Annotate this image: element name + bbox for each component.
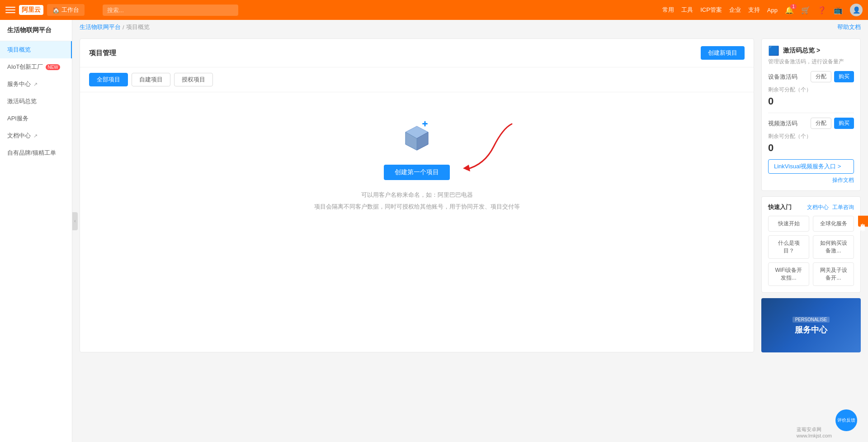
create-project-button[interactable]: 创建新项目 <box>701 46 745 60</box>
device-activation-actions: 分配 购买 <box>811 71 854 82</box>
project-panel-header: 项目管理 创建新项目 <box>80 39 754 67</box>
search-area <box>103 5 238 16</box>
quick-start-item-4[interactable]: WiFi设备开发指... <box>768 262 809 286</box>
quick-start-title: 快速入门 <box>768 203 792 211</box>
activation-title-text: 激活码总览 > <box>783 47 820 55</box>
doc-center-link[interactable]: 文档中心 <box>807 204 829 211</box>
new-badge: NEW <box>46 64 60 70</box>
empty-hint-line1: 可以用客户名称来命名，如：阿里巴巴电器 <box>314 189 520 201</box>
video-activation-actions: 分配 购买 <box>811 118 854 129</box>
workbench-label: 工作台 <box>61 6 79 14</box>
sidebar-item-label: 服务中心 <box>7 80 31 88</box>
device-activation-label: 设备激活码 <box>768 73 797 81</box>
breadcrumb-current: 项目概览 <box>126 23 150 31</box>
notification-badge: 1 <box>790 4 797 9</box>
quick-start-item-1[interactable]: 全球化服务 <box>813 216 854 232</box>
activation-card-title[interactable]: 🟦 激活码总览 > <box>768 45 854 56</box>
hamburger-menu-icon[interactable] <box>5 5 15 15</box>
quick-start-item-5[interactable]: 网关及子设备开... <box>813 262 854 286</box>
external-link-icon: ↗ <box>33 81 38 87</box>
sidebar-item-label: 项目概览 <box>7 46 31 54</box>
quick-start-item-2[interactable]: 什么是项目？ <box>768 235 809 259</box>
sidebar: 生活物联网平台 项目概览 AIoT创新工厂 NEW 服务中心 ↗ 激活码总览 A… <box>0 20 72 422</box>
video-activation-row: 视频激活码 分配 购买 <box>768 118 854 129</box>
sidebar-title: 生活物联网平台 <box>0 20 72 41</box>
avatar[interactable]: 👤 <box>850 4 863 16</box>
sidebar-item-service-center[interactable]: 服务中心 ↗ <box>0 76 72 93</box>
nav-enterprise-link[interactable]: 企业 <box>729 6 741 14</box>
project-panel: 项目管理 创建新项目 全部项目 自建项目 授权项目 <box>80 38 754 352</box>
search-input[interactable] <box>103 5 238 16</box>
quick-start-card: 快速入门 文档中心 工单咨询 快速开始 全球化服务 什么是项目？ 如何购买设备激… <box>761 196 861 293</box>
workorder-link[interactable]: 工单咨询 <box>832 204 854 211</box>
video-activation-label: 视频激活码 <box>768 119 797 128</box>
link-visual-label: LinkVisual视频服务入口 > <box>774 162 841 171</box>
nav-common-link[interactable]: 常用 <box>662 6 674 14</box>
service-banner-content: PERSONALISE 服务中心 <box>793 316 830 335</box>
quick-start-item-3[interactable]: 如何购买设备激... <box>813 235 854 259</box>
breadcrumb-separator: / <box>123 24 124 31</box>
tab-all-projects[interactable]: 全部项目 <box>89 73 128 86</box>
device-activation-row: 设备激活码 分配 购买 <box>768 71 854 82</box>
workbench-button[interactable]: 🏠 工作台 <box>47 4 85 16</box>
sidebar-item-aiot-factory[interactable]: AIoT创新工厂 NEW <box>0 58 72 76</box>
help-icon[interactable]: ❓ <box>817 6 826 14</box>
device-assign-button[interactable]: 分配 <box>811 71 831 82</box>
cart-icon[interactable]: 🛒 <box>801 6 810 14</box>
sidebar-item-label: AIoT创新工厂 <box>7 63 43 71</box>
sidebar-item-doc-center[interactable]: 文档中心 ↗ <box>0 127 72 144</box>
sidebar-item-label: API服务 <box>7 114 28 123</box>
video-buy-button[interactable]: 购买 <box>834 118 854 129</box>
logo-area: 阿里云 🏠 工作台 <box>5 4 85 16</box>
device-remain-count: 0 <box>768 95 854 107</box>
empty-state: 创建第一个项目 可以用客户名称来命名，如：阿里巴巴电器 项目会隔离不同客户数据，… <box>80 92 754 240</box>
sidebar-item-label: 自有品牌/猫精工单 <box>7 149 56 157</box>
quick-start-links: 文档中心 工单咨询 <box>807 204 854 211</box>
nav-tools-link[interactable]: 工具 <box>681 6 693 14</box>
video-remain-label: 剩余可分配（个） <box>768 133 854 140</box>
tab-self-built-projects[interactable]: 自建项目 <box>132 73 170 86</box>
sidebar-item-label: 激活码总览 <box>7 97 37 105</box>
operation-doc-link[interactable]: 操作文档 <box>768 176 854 184</box>
nav-support-link[interactable]: 支持 <box>748 6 760 14</box>
media-icon[interactable]: 📺 <box>834 6 843 14</box>
empty-state-icon <box>399 119 435 156</box>
external-link-icon-2: ↗ <box>33 133 38 139</box>
project-panel-title: 项目管理 <box>89 49 116 57</box>
sidebar-item-api-service[interactable]: API服务 <box>0 110 72 127</box>
sidebar-item-brand-workorder[interactable]: 自有品牌/猫精工单 <box>0 144 72 162</box>
aliyun-logo-text: 阿里云 <box>22 6 41 14</box>
service-banner-title: 服务中心 <box>793 324 830 335</box>
device-remain-label: 剩余可分配（个） <box>768 86 854 94</box>
breadcrumb: 生活物联网平台 / 项目概览 <box>80 23 150 31</box>
link-visual-button[interactable]: LinkVisual视频服务入口 > <box>768 159 854 174</box>
sidebar-item-project-overview[interactable]: 项目概览 <box>0 41 72 58</box>
edge-tab-brand-workorder[interactable]: 自有品牌建链工单 <box>858 215 868 227</box>
home-icon: 🏠 <box>52 7 60 14</box>
service-banner-tag: PERSONALISE <box>793 317 830 323</box>
nav-app-link[interactable]: App <box>767 7 778 14</box>
breadcrumb-platform-link[interactable]: 生活物联网平台 <box>80 23 121 31</box>
nav-icp-link[interactable]: ICP管案 <box>700 6 722 14</box>
tab-authorized-projects[interactable]: 授权项目 <box>174 73 213 86</box>
quick-start-item-0[interactable]: 快速开始 <box>768 216 809 232</box>
empty-state-hint: 可以用客户名称来命名，如：阿里巴巴电器 项目会隔离不同客户数据，同时可授权给其他… <box>314 189 520 213</box>
service-center-banner[interactable]: PERSONALISE 服务中心 <box>761 298 861 352</box>
right-edge-tab: 自有品牌建链工单 <box>858 215 868 227</box>
sidebar-item-activation-code[interactable]: 激活码总览 <box>0 93 72 110</box>
sidebar-collapse-button[interactable]: ‹ <box>72 212 78 230</box>
aliyun-logo: 阿里云 <box>19 5 43 15</box>
help-doc-link[interactable]: 帮助文档 <box>837 23 861 31</box>
divider <box>768 113 854 113</box>
video-remain-count: 0 <box>768 142 854 154</box>
quick-start-header: 快速入门 文档中心 工单咨询 <box>768 203 854 211</box>
activation-card: 🟦 激活码总览 > 管理设备激活码，进行设备量产 设备激活码 分配 购买 剩余可… <box>761 38 861 191</box>
top-navigation: 阿里云 🏠 工作台 常用 工具 ICP管案 企业 支持 App 🔔 1 🛒 ❓ … <box>0 0 868 20</box>
video-assign-button[interactable]: 分配 <box>811 118 831 129</box>
device-buy-button[interactable]: 购买 <box>834 71 854 82</box>
sidebar-item-label: 文档中心 <box>7 132 31 140</box>
activation-card-subtitle: 管理设备激活码，进行设备量产 <box>768 58 854 66</box>
nav-right-area: 常用 工具 ICP管案 企业 支持 App 🔔 1 🛒 ❓ 📺 👤 <box>662 4 863 16</box>
empty-hint-line2: 项目会隔离不同客户数据，同时可授权给其他账号，用于协同开发、项目交付等 <box>314 201 520 213</box>
notification-icon[interactable]: 🔔 1 <box>785 6 794 14</box>
